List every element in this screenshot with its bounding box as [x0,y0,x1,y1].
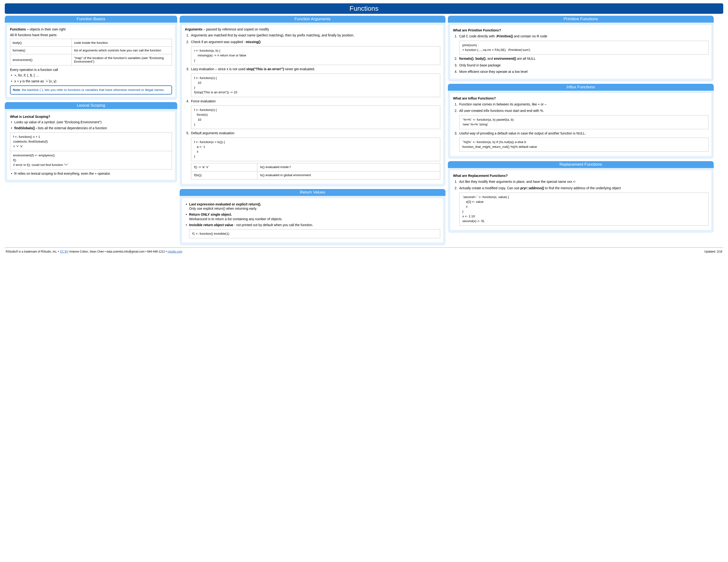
list-item: Act like they modify their arguments in … [458,180,708,184]
panel-lexical-scoping: Lexical Scoping What is Lexical Scoping?… [5,102,177,183]
code-block: i <- function(a, b) { missing(a) -> # re… [191,46,440,65]
list-item: Force evaluation f <- function(x) { forc… [190,99,440,129]
list-item: Lazy evaluation – since x is not used st… [190,67,440,97]
footer: RStudio® is a trademark of RStudio, Inc.… [5,247,723,253]
rstudio-link[interactable]: rstudio.com [167,250,182,253]
table-row: body()code inside the function [10,39,172,47]
code-block: f <- function(x = ls()) { a <- 1 x } [191,138,440,161]
list-item: formals(), body(), and environment() are… [458,56,708,61]
repl-question: What are Replacement Functions? [453,174,708,178]
list-item: Invisible return object value - not prin… [186,223,440,238]
influx-question: What are Influx Functions? [453,96,708,100]
cc-by-link[interactable]: CC BY [60,250,68,253]
note-box: Note: the backtick (`), lets you refer t… [10,86,172,95]
panel-return-values: Return Values Last expression evaluated … [180,189,445,246]
panel-header: Function Basics [5,16,177,23]
list-item: +, for, if, [, $, { … [11,73,172,78]
code-block: `second<-` <- function(x, value) { x[2] … [459,193,708,226]
list-item: Call C code directly with .Primitive() a… [458,34,708,55]
panel-header: Primitive Functions [448,16,714,23]
table-row: formals()list of arguments which control… [10,47,172,54]
footer-right: Updated: 2/16 [704,250,722,253]
list-item: Useful way of providing a default value … [458,131,708,152]
code-block: print(sum) : > function (..., na.rm = FA… [459,41,708,55]
table-row: environment()"map" of the location of th… [10,54,172,65]
panel-influx-functions: Influx Functions What are Influx Functio… [448,84,714,159]
panel-function-arguments: Function Arguments Arguments – passed by… [180,16,445,187]
list-item: Only found in base package [458,63,708,68]
list-item: Last expression evaluated or explicit re… [186,202,440,211]
code-block: `%||%` <- function(a, b) if (!is.null(a)… [459,138,708,152]
basics-lead: Functions – objects in their own right [10,27,172,31]
panel-replacement-functions: Replacement Functions What are Replaceme… [448,161,714,233]
list-item: Function name comes in between its argum… [458,102,708,107]
basics-sub: All R functions have three parts: [10,33,172,37]
code-block: f1 <- function() invisible(1) [189,229,440,238]
args-lead: Arguments – passed by reference and copi… [185,27,440,31]
list-item: Actually create a modified copy. Can use… [458,186,708,226]
eval-table: f() -> 'a' 'x'ls() evaluated inside f f(… [191,163,440,180]
list-item: Arguments are matched first by exact nam… [190,33,440,38]
code-block: f <- function() x + 1 codetools::findGlo… [10,132,172,170]
basics-table: body()code inside the function formals()… [10,39,172,65]
panel-header: Return Values [180,189,445,196]
prim-question: What are Primitive Functions? [453,28,708,32]
page-title: Functions [5,3,723,14]
panel-primitive-functions: Primitive Functions What are Primitive F… [448,16,714,81]
code-block: f <- function(x) { 10 } f(stop('This is … [191,74,440,97]
list-item: More efficient since they operate at a l… [458,70,708,74]
list-item: Default arguments evaluation f <- functi… [190,131,440,179]
list-item: R relies on lexical scoping to find ever… [11,171,172,176]
scoping-question: What is Lexical Scoping? [10,115,172,119]
basics-every-op: Every operation is a function call [10,68,172,72]
code-block: `%+%` <- function(a, b) paste0(a, b) 'ne… [459,115,708,129]
list-item: x + y is the same as `+`(x, y) [11,79,172,84]
panel-function-basics: Function Basics Functions – objects in t… [5,16,177,100]
list-item: All user-created infix functions must st… [458,109,708,129]
footer-left: RStudio® is a trademark of RStudio, Inc.… [6,250,182,253]
main-columns: Function Basics Functions – objects in t… [5,16,723,246]
panel-header: Lexical Scoping [5,102,177,109]
list-item: Check if an argument was supplied : miss… [190,40,440,65]
list-item: findGlobals() - lists all the external d… [11,126,172,131]
list-item: Looks up value of a symbol. (see "Enclos… [11,120,172,125]
list-item: Return ONLY single object. Workaround is… [186,212,440,222]
panel-header: Influx Functions [448,84,714,91]
code-block: f <- function(x) { force(x) 10 } [191,106,440,129]
panel-header: Replacement Functions [448,161,714,168]
panel-header: Function Arguments [180,16,445,23]
